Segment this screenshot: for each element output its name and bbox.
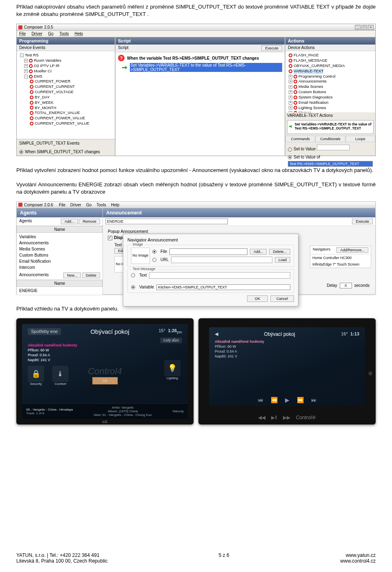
script-area[interactable]: ? When the variable Test RS->EMS->SIMPLE… xyxy=(116,52,285,156)
list-item[interactable]: Email Notification xyxy=(19,258,100,264)
menu-help[interactable]: Help xyxy=(75,31,83,36)
nav-item[interactable]: InfinityEdge 7" Touch Screen xyxy=(310,261,371,268)
play-icon[interactable]: ▶ xyxy=(285,397,290,403)
tree-node[interactable]: CURRENT_VOLTAGE xyxy=(18,89,113,95)
list-item[interactable]: Intercom xyxy=(19,264,100,270)
load-button[interactable]: Load xyxy=(275,257,290,263)
action-item[interactable]: OBYVAK_CURRENT_MEDIA xyxy=(287,63,374,69)
url-input[interactable] xyxy=(171,257,272,263)
new-button[interactable]: New... xyxy=(63,273,81,278)
ctrl-icon[interactable]: ▶▶ xyxy=(283,415,290,420)
radio-variable[interactable] xyxy=(131,285,135,289)
next-icon[interactable]: ⏭ xyxy=(311,397,317,403)
tree-node[interactable]: -EMS xyxy=(18,74,113,79)
tree-node[interactable]: CURRENT_POWER_VALUE xyxy=(18,116,113,121)
list-item[interactable]: Media Scenes xyxy=(19,246,100,252)
action-item[interactable]: +Email Notification xyxy=(287,100,374,105)
tree-node[interactable]: -Test RS xyxy=(18,53,113,58)
comfort-icon[interactable]: 🌡 xyxy=(52,366,69,382)
menu-bar-inline[interactable]: FileDriverGoToolsHelp xyxy=(59,203,119,207)
ok-button[interactable]: Ok xyxy=(92,377,118,384)
rewind-icon[interactable]: ⏪ xyxy=(271,397,278,403)
delete-button[interactable]: Delete xyxy=(82,273,100,278)
execute-button[interactable]: Execute xyxy=(261,45,282,51)
action-item[interactable]: +Custom Buttons xyxy=(287,89,374,95)
forward-icon[interactable]: ⏩ xyxy=(297,397,304,403)
menu-file[interactable]: File xyxy=(19,31,26,36)
tree-node[interactable]: CURRENT_POWER xyxy=(18,79,113,84)
tree-node[interactable]: +Moeller CI xyxy=(18,69,113,74)
radio-file[interactable] xyxy=(152,250,156,254)
tree-node[interactable]: CURRENT_CURRENT xyxy=(18,84,113,89)
tree-node[interactable]: BY_MONTH xyxy=(18,105,113,111)
delete-file-button[interactable]: Delete... xyxy=(269,249,290,255)
agents-header: Agents xyxy=(17,208,102,217)
text-input[interactable] xyxy=(149,272,290,279)
radio-text[interactable] xyxy=(131,273,135,277)
list-item[interactable]: Variables xyxy=(19,234,100,240)
action-item[interactable]: FLASH_MESSAGE xyxy=(287,58,374,63)
list-item[interactable]: Custom Buttons xyxy=(19,252,100,258)
tree-node[interactable]: CURRENT_CURRENT_VALUE xyxy=(18,121,113,126)
menu-bar[interactable]: File Driver Go Tools Help xyxy=(17,31,375,37)
device-actions-tree[interactable]: FLASH_PAGEFLASH_MESSAGEOBYVAK_CURRENT_ME… xyxy=(285,51,375,112)
value-of-dropdown[interactable]: Test RS->EMS->SIMPLE_OUTPUT_TEXT xyxy=(288,161,373,167)
tree-node[interactable]: BY_DAY xyxy=(18,95,113,100)
action-item[interactable]: +Media Scenes xyxy=(287,84,374,89)
nav-item[interactable]: Home Controller HC300 xyxy=(310,255,371,261)
add-remove-button[interactable]: Add/Remove... xyxy=(336,247,368,253)
announcements-list[interactable]: ENERGIE xyxy=(17,287,102,295)
window-titlebar: Composer 2.0.6 FileDriverGoToolsHelp xyxy=(17,202,375,208)
add-file-button[interactable]: Add... xyxy=(250,249,267,255)
action-item[interactable]: +Lighting Scenes xyxy=(287,105,374,111)
device-events-tree[interactable]: -Test RS+Room Variables+O2 IPTV LP IR+Mo… xyxy=(17,51,115,139)
tab-commands[interactable]: Commands xyxy=(285,136,315,142)
menu-go[interactable]: Go xyxy=(48,31,53,36)
display-navigator-checkbox[interactable] xyxy=(108,236,112,240)
ok-button[interactable]: OK xyxy=(247,295,268,302)
radio-set-to-value-of[interactable] xyxy=(288,155,292,159)
file-dropdown[interactable] xyxy=(169,248,247,255)
agents-list[interactable]: VariablesAnnouncementsMedia ScenesCustom… xyxy=(17,233,102,271)
maximize-icon[interactable]: □ xyxy=(361,25,367,30)
cancel-button[interactable]: Cancel xyxy=(270,295,294,302)
execute-button[interactable]: Execute xyxy=(352,219,373,224)
radio-url[interactable] xyxy=(152,258,156,262)
tab-loops[interactable]: Loops xyxy=(345,136,375,142)
action-item[interactable]: +Announcements xyxy=(287,79,374,84)
script-set-line[interactable]: Set Variables->VARIABLE-TEXT to the valu… xyxy=(130,63,282,72)
set-value-input[interactable] xyxy=(317,145,350,150)
event-radio-changes[interactable]: When SIMPLE_OUTPUT_TEXT changes xyxy=(19,150,100,154)
tree-node[interactable]: BY_WEEK xyxy=(18,100,113,105)
action-item[interactable]: FLASH_PAGE xyxy=(287,53,374,58)
prev-icon[interactable]: ⏮ xyxy=(258,397,263,403)
radio-set-to-value[interactable] xyxy=(288,147,292,152)
menu-driver[interactable]: Driver xyxy=(31,31,42,36)
menu-tools[interactable]: Tools xyxy=(59,31,69,36)
action-item[interactable]: +System Diagnostics xyxy=(287,95,374,100)
tree-node[interactable]: TOTAL_ENERGY_VALUE xyxy=(18,110,113,116)
agents-label: Agents xyxy=(19,219,32,224)
delay-input[interactable]: 0 xyxy=(340,283,352,288)
tree-node[interactable]: +Room Variables xyxy=(18,58,113,63)
seconds-label: seconds xyxy=(354,283,370,288)
list-item[interactable]: ENERGIE xyxy=(19,288,100,294)
tab-conditionals[interactable]: Conditionals xyxy=(315,136,345,142)
security-icon[interactable]: 🔒 xyxy=(28,366,44,382)
close-icon[interactable]: × xyxy=(368,25,374,30)
variable-dropdown[interactable]: Kitchen->EMS->SIMPLE_OUTPUT_TEXT xyxy=(156,284,290,290)
ctrl-icon[interactable]: ◀◀ xyxy=(258,415,265,420)
list-item[interactable]: Announcements xyxy=(19,240,100,246)
action-item[interactable]: VARIABLE-TEXT xyxy=(287,69,374,74)
home-button[interactable] xyxy=(368,371,372,375)
tree-node[interactable]: +O2 IPTV LP IR xyxy=(18,63,113,69)
announcement-select[interactable]: ENERGIE xyxy=(105,219,228,224)
minimize-icon[interactable]: _ xyxy=(355,25,361,30)
add-button[interactable]: Add... xyxy=(61,219,78,224)
back-icon[interactable]: ◀ xyxy=(215,331,218,337)
remove-button[interactable]: Remove xyxy=(79,219,100,224)
action-item[interactable]: +Programming Control xyxy=(287,74,374,79)
lighting-icon[interactable]: 💡 xyxy=(164,360,180,376)
ctrl-icon[interactable]: ▶Ⅱ xyxy=(271,415,277,420)
arrow-right-icon xyxy=(122,65,127,69)
